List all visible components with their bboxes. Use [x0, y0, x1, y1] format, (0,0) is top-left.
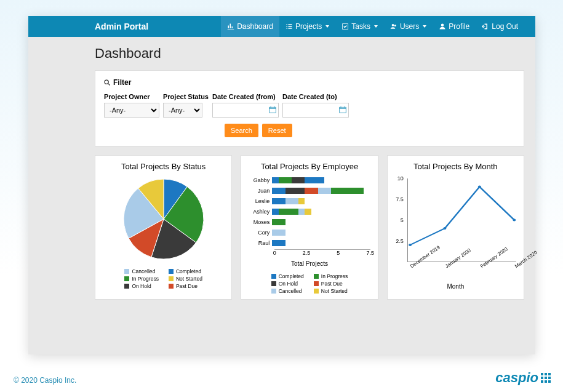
- legend-item: Cancelled: [271, 288, 304, 294]
- chevron-down-icon: [325, 25, 329, 28]
- legend-item: Past Due: [169, 283, 202, 289]
- nav-profile-label: Profile: [449, 22, 469, 31]
- hbar-row: Cory: [249, 228, 370, 237]
- chart-title: Total Projects By Employee: [261, 162, 358, 171]
- filter-from-label: Date Created (from): [212, 93, 279, 100]
- svg-point-1: [394, 25, 396, 26]
- list-icon: [285, 23, 293, 30]
- legend-item: In Progress: [314, 273, 348, 279]
- chart-month: Total Projects By Month 2.557.510Decembe…: [387, 155, 524, 300]
- chart-status: Total Projects By Status CancelledComple…: [95, 155, 232, 300]
- svg-point-14: [443, 227, 446, 230]
- logo-dots-icon: [541, 373, 551, 383]
- bar-legend: CompletedIn ProgressOn HoldPast DueCance…: [271, 273, 348, 294]
- search-icon: [104, 79, 111, 86]
- nav-logout-label: Log Out: [492, 22, 518, 31]
- nav-dashboard-label: Dashboard: [237, 22, 273, 31]
- logout-icon: [482, 23, 489, 30]
- svg-point-2: [441, 24, 444, 27]
- filter-status-label: Project Status: [163, 93, 209, 100]
- app-window: Admin Portal Dashboard Projects Tasks Us…: [28, 16, 535, 354]
- filter-owner-label: Project Owner: [104, 93, 159, 100]
- svg-rect-9: [340, 107, 346, 113]
- nav-users[interactable]: Users: [384, 16, 433, 37]
- legend-item: Cancelled: [124, 268, 158, 274]
- svg-line-4: [108, 83, 110, 85]
- brand: Admin Portal: [95, 22, 148, 31]
- line-xlabel: Month: [447, 283, 464, 290]
- pie-legend: CancelledCompletedIn ProgressNot Started…: [124, 268, 202, 289]
- charts-row: Total Projects By Status CancelledComple…: [95, 155, 524, 300]
- legend-item: In Progress: [124, 276, 158, 282]
- legend-item: Not Started: [169, 276, 202, 282]
- pie-chart: [121, 176, 207, 262]
- check-icon: [341, 23, 349, 30]
- svg-point-13: [409, 244, 412, 246]
- reset-button[interactable]: Reset: [262, 124, 292, 137]
- caspio-logo: caspio: [495, 370, 551, 386]
- nav-tasks[interactable]: Tasks: [335, 16, 384, 37]
- legend-item: On Hold: [271, 281, 304, 287]
- filter-panel: Filter Project Owner -Any- Project Statu…: [95, 70, 524, 146]
- page-title: Dashboard: [95, 46, 524, 62]
- filter-owner: Project Owner -Any-: [104, 93, 159, 118]
- filter-title: Filter: [113, 78, 131, 87]
- hbar-row: Juan: [249, 186, 370, 195]
- legend-item: Completed: [169, 268, 202, 274]
- legend-item: On Hold: [124, 283, 158, 289]
- nav-dashboard[interactable]: Dashboard: [221, 16, 279, 37]
- footer-copyright: © 2020 Caspio Inc.: [14, 376, 76, 385]
- filter-status: Project Status -Any-: [163, 93, 209, 118]
- svg-point-16: [513, 219, 516, 222]
- owner-select[interactable]: -Any-: [104, 103, 159, 118]
- logo-text: caspio: [495, 370, 538, 386]
- legend-item: Not Started: [314, 288, 348, 294]
- svg-rect-5: [270, 107, 276, 113]
- calendar-icon: [339, 106, 346, 113]
- hbar-row: Gabby: [249, 176, 370, 185]
- search-button[interactable]: Search: [225, 124, 258, 137]
- legend-item: Past Due: [314, 281, 348, 287]
- filter-date-to: Date Created (to): [282, 93, 349, 118]
- nav-projects-label: Projects: [295, 22, 322, 31]
- chart-title: Total Projects By Month: [413, 162, 498, 171]
- calendar-icon: [269, 106, 276, 113]
- hbar-row: Raul: [249, 239, 370, 247]
- hbar-row: Leslie: [249, 197, 370, 206]
- chevron-down-icon: [374, 25, 378, 28]
- nav-logout[interactable]: Log Out: [476, 16, 524, 37]
- nav-projects[interactable]: Projects: [279, 16, 335, 37]
- nav-profile[interactable]: Profile: [433, 16, 476, 37]
- hbar-row: Moses: [249, 218, 370, 226]
- chart-employee: Total Projects By Employee GabbyJuanLesl…: [241, 155, 378, 300]
- hbar-chart: GabbyJuanLeslieAshleyMosesCoryRaul02.557…: [245, 176, 373, 267]
- filter-date-from: Date Created (from): [212, 93, 279, 118]
- filter-to-label: Date Created (to): [282, 93, 349, 100]
- svg-point-15: [478, 186, 481, 188]
- legend-item: Completed: [271, 273, 304, 279]
- nav-tasks-label: Tasks: [351, 22, 370, 31]
- svg-point-3: [105, 80, 108, 84]
- navbar: Admin Portal Dashboard Projects Tasks Us…: [28, 16, 535, 37]
- svg-point-0: [392, 24, 394, 26]
- users-icon: [390, 23, 397, 30]
- status-select[interactable]: -Any-: [163, 103, 202, 118]
- nav-users-label: Users: [400, 22, 419, 31]
- chart-icon: [227, 23, 234, 30]
- content: Dashboard Filter Project Owner -Any- Pro…: [28, 37, 535, 300]
- filter-heading: Filter: [104, 78, 515, 87]
- chevron-down-icon: [423, 25, 426, 28]
- user-icon: [439, 23, 446, 30]
- line-chart: 2.557.510December 2019January 2020Februa…: [391, 176, 520, 281]
- chart-title: Total Projects By Status: [121, 162, 206, 171]
- hbar-row: Ashley: [249, 207, 370, 216]
